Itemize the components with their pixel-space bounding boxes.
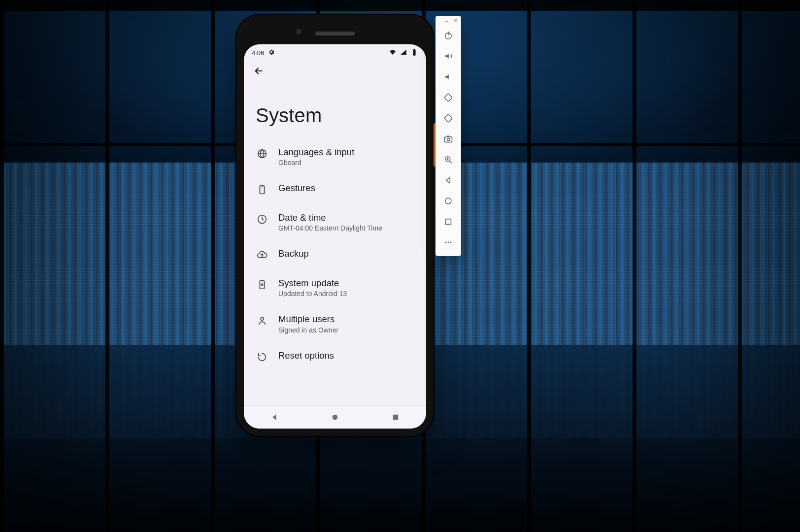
- clock-icon: [256, 213, 268, 226]
- emulator-volume-up-button[interactable]: [436, 46, 461, 66]
- settings-list: Languages & input Gboard Gestures Date &…: [244, 138, 426, 405]
- item-date-time[interactable]: Date & time GMT-04:00 Eastern Daylight T…: [246, 204, 424, 240]
- item-languages-input[interactable]: Languages & input Gboard: [246, 138, 424, 174]
- emulator-zoom-button[interactable]: [436, 149, 461, 170]
- item-title: Date & time: [278, 212, 382, 223]
- emulator-back-button[interactable]: [436, 170, 461, 191]
- emulator-power-button[interactable]: [436, 25, 461, 46]
- nav-overview-button[interactable]: [383, 408, 408, 426]
- person-icon: [256, 314, 268, 327]
- svg-rect-14: [446, 219, 451, 225]
- signal-icon: [400, 48, 407, 58]
- item-title: Reset options: [278, 350, 334, 361]
- nav-home-button[interactable]: [323, 408, 347, 426]
- battery-icon: [410, 48, 418, 58]
- item-subtitle: GMT-04:00 Eastern Daylight Time: [278, 224, 382, 232]
- globe-icon: [256, 147, 268, 160]
- svg-point-15: [445, 242, 447, 243]
- emulator-rotate-left-button[interactable]: [436, 87, 461, 108]
- item-subtitle: Signed in as Owner: [278, 326, 338, 334]
- svg-point-4: [261, 318, 264, 321]
- emulator-toolbar: – ✕: [435, 16, 461, 256]
- svg-point-17: [450, 242, 452, 243]
- system-update-icon: [256, 278, 268, 291]
- svg-point-13: [445, 198, 451, 204]
- phone-camera: [296, 29, 303, 36]
- item-title: Multiple users: [278, 313, 338, 325]
- item-title: Backup: [278, 248, 309, 259]
- svg-point-11: [447, 138, 449, 141]
- phone-screen: 4:06 System: [244, 44, 426, 429]
- svg-point-16: [448, 242, 449, 243]
- emulator-home-button[interactable]: [436, 191, 461, 211]
- item-subtitle: Updated to Android 13: [278, 290, 347, 298]
- navigation-bar: [244, 405, 426, 429]
- gestures-icon: [256, 183, 268, 196]
- svg-rect-6: [393, 415, 399, 420]
- window-minimize-button[interactable]: –: [445, 18, 448, 24]
- wifi-icon: [389, 48, 397, 58]
- emulator-screenshot-button[interactable]: [436, 129, 461, 149]
- status-bar: 4:06: [244, 44, 426, 60]
- svg-rect-8: [444, 94, 452, 101]
- item-title: System update: [278, 277, 347, 289]
- item-title: Languages & input: [278, 146, 354, 158]
- item-subtitle: Gboard: [278, 159, 354, 166]
- window-close-button[interactable]: ✕: [453, 18, 458, 24]
- emulator-volume-down-button[interactable]: [436, 66, 461, 87]
- item-title: Gestures: [278, 182, 315, 194]
- status-time: 4:06: [252, 49, 264, 57]
- item-reset-options[interactable]: Reset options: [246, 342, 424, 371]
- item-system-update[interactable]: System update Updated to Android 13: [246, 269, 424, 305]
- svg-point-5: [333, 415, 338, 420]
- reset-icon: [256, 351, 268, 364]
- item-backup[interactable]: Backup: [246, 240, 424, 269]
- phone-frame: 4:06 System: [236, 15, 433, 436]
- page-title: System: [244, 82, 426, 138]
- back-button[interactable]: [249, 61, 268, 81]
- svg-rect-9: [444, 114, 452, 122]
- item-multiple-users[interactable]: Multiple users Signed in as Owner: [246, 305, 424, 341]
- app-bar: [244, 60, 426, 82]
- item-gestures[interactable]: Gestures: [246, 174, 424, 204]
- emulator-overview-button[interactable]: [436, 211, 461, 232]
- nav-back-button[interactable]: [262, 408, 287, 426]
- emulator-more-button[interactable]: [436, 232, 461, 253]
- phone-speaker: [315, 32, 355, 35]
- settings-status-icon: [268, 49, 275, 57]
- svg-rect-10: [445, 137, 452, 142]
- emulator-window-controls: – ✕: [436, 16, 461, 25]
- cloud-upload-icon: [256, 249, 268, 262]
- emulator-rotate-right-button[interactable]: [436, 108, 461, 129]
